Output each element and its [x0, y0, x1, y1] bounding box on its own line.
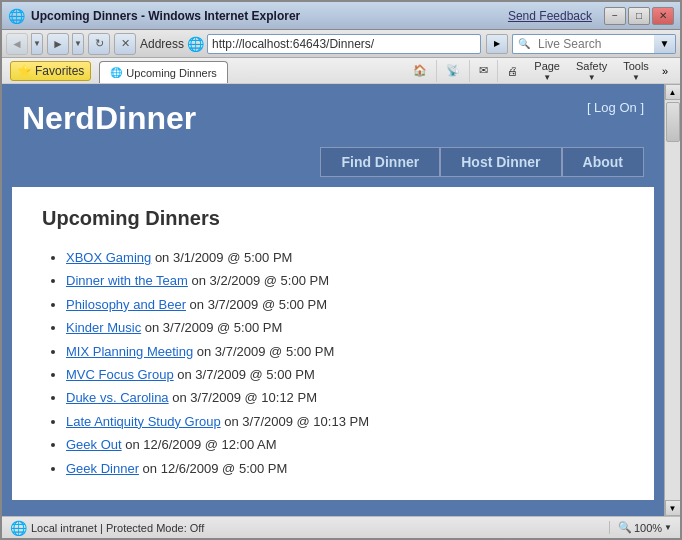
dinner-date: on 3/7/2009 @ 5:00 PM: [186, 297, 327, 312]
dinner-date: on 3/7/2009 @ 10:13 PM: [221, 414, 369, 429]
dinner-link[interactable]: MVC Focus Group: [66, 367, 174, 382]
title-bar: 🌐 Upcoming Dinners - Windows Internet Ex…: [2, 2, 680, 30]
scrollbar-up-button[interactable]: ▲: [665, 84, 681, 100]
live-search-input[interactable]: [534, 34, 654, 54]
safety-dropdown-icon: ▼: [588, 73, 596, 82]
browser-window: 🌐 Upcoming Dinners - Windows Internet Ex…: [0, 0, 682, 540]
content-area: NerdDinner [ Log On ] Find Dinner Host D…: [2, 84, 680, 516]
login-link[interactable]: Log On: [594, 100, 637, 115]
toolbar-area: 🏠 📡 ✉ 🖨 Page ▼ Safet: [406, 57, 672, 85]
tools-dropdown-icon: ▼: [632, 73, 640, 82]
close-button[interactable]: ✕: [652, 7, 674, 25]
page-heading: Upcoming Dinners: [42, 207, 624, 230]
feed-icon: 📡: [446, 64, 460, 77]
favorites-label: Favorites: [35, 64, 84, 78]
separator-3: [497, 60, 498, 82]
tools-label: Tools: [623, 60, 649, 72]
dinner-date: on 3/7/2009 @ 10:12 PM: [169, 390, 317, 405]
home-icon: 🏠: [413, 64, 427, 77]
dinner-date: on 12/6/2009 @ 12:00 AM: [122, 437, 277, 452]
page-label: Page: [534, 60, 560, 72]
status-right: 🔍 100% ▼: [609, 521, 672, 534]
feeds-button[interactable]: 📡: [439, 57, 467, 85]
live-search-bar: 🔍 ▼: [512, 34, 676, 54]
tools-button[interactable]: Tools ▼: [616, 57, 656, 85]
address-go-button[interactable]: ▶: [486, 34, 508, 54]
page-dropdown-icon: ▼: [543, 73, 551, 82]
host-dinner-tab[interactable]: Host Dinner: [440, 147, 561, 177]
dinner-link[interactable]: Philosophy and Beer: [66, 297, 186, 312]
status-bar: 🌐 Local intranet | Protected Mode: Off 🔍…: [2, 516, 680, 538]
refresh-button[interactable]: ↻: [88, 33, 110, 55]
back-dropdown-button[interactable]: ▼: [31, 33, 43, 55]
forward-button[interactable]: ►: [47, 33, 69, 55]
dinner-link[interactable]: MIX Planning Meeting: [66, 344, 193, 359]
dinner-link[interactable]: Kinder Music: [66, 320, 141, 335]
dinner-list-item: Philosophy and Beer on 3/7/2009 @ 5:00 P…: [66, 293, 624, 316]
scrollbar-thumb[interactable]: [666, 102, 680, 142]
home-button[interactable]: 🏠: [406, 57, 434, 85]
address-input[interactable]: [207, 34, 481, 54]
dinner-list: XBOX Gaming on 3/1/2009 @ 5:00 PMDinner …: [42, 246, 624, 480]
mail-button[interactable]: ✉: [472, 57, 495, 85]
find-dinner-tab[interactable]: Find Dinner: [320, 147, 440, 177]
login-bracket-close: ]: [637, 100, 644, 115]
active-tab[interactable]: 🌐 Upcoming Dinners: [99, 61, 227, 83]
separator-1: [436, 60, 437, 82]
safety-button[interactable]: Safety ▼: [569, 57, 614, 85]
dinner-list-item: Geek Out on 12/6/2009 @ 12:00 AM: [66, 433, 624, 456]
dinner-list-item: Geek Dinner on 12/6/2009 @ 5:00 PM: [66, 457, 624, 480]
zoom-dropdown-icon: ▼: [664, 523, 672, 532]
tab-icon: 🌐: [110, 67, 122, 78]
minimize-button[interactable]: −: [604, 7, 626, 25]
safety-label: Safety: [576, 60, 607, 72]
scrollbar: ▲ ▼: [664, 84, 680, 516]
content-box: Upcoming Dinners XBOX Gaming on 3/1/2009…: [12, 187, 654, 500]
favorites-button[interactable]: ⭐ Favorites: [10, 61, 91, 81]
dinner-link[interactable]: Dinner with the Team: [66, 273, 188, 288]
live-search-icon: 🔍: [512, 34, 534, 54]
dinner-link[interactable]: Late Antiquity Study Group: [66, 414, 221, 429]
about-tab[interactable]: About: [562, 147, 644, 177]
mail-icon: ✉: [479, 64, 488, 77]
address-ie-icon: 🌐: [187, 36, 204, 52]
print-button[interactable]: 🖨: [500, 57, 525, 85]
toolbar-overflow-button[interactable]: »: [658, 63, 672, 79]
address-bar: Address 🌐 ▶: [140, 34, 508, 54]
page-button[interactable]: Page ▼: [527, 57, 567, 85]
back-button[interactable]: ◄: [6, 33, 28, 55]
send-feedback-link[interactable]: Send Feedback: [508, 9, 592, 23]
dinner-link[interactable]: XBOX Gaming: [66, 250, 151, 265]
nav-bar: ◄ ▼ ► ▼ ↻ ✕ Address 🌐 ▶ 🔍 ▼: [2, 30, 680, 58]
dinner-date: on 3/2/2009 @ 5:00 PM: [188, 273, 329, 288]
status-zone-text: Local intranet | Protected Mode: Off: [31, 522, 204, 534]
dinner-link[interactable]: Geek Dinner: [66, 461, 139, 476]
dinner-link[interactable]: Duke vs. Carolina: [66, 390, 169, 405]
dinner-list-item: MVC Focus Group on 3/7/2009 @ 5:00 PM: [66, 363, 624, 386]
dinner-list-item: MIX Planning Meeting on 3/7/2009 @ 5:00 …: [66, 340, 624, 363]
window-controls: − □ ✕: [604, 7, 674, 25]
dinner-date: on 3/7/2009 @ 5:00 PM: [174, 367, 315, 382]
live-search-button[interactable]: ▼: [654, 34, 676, 54]
tab-label: Upcoming Dinners: [126, 67, 216, 79]
status-globe-icon: 🌐: [10, 520, 27, 536]
dinner-date: on 3/7/2009 @ 5:00 PM: [141, 320, 282, 335]
separator-2: [469, 60, 470, 82]
stop-button[interactable]: ✕: [114, 33, 136, 55]
restore-button[interactable]: □: [628, 7, 650, 25]
site-logo: NerdDinner: [22, 100, 196, 137]
page-content: NerdDinner [ Log On ] Find Dinner Host D…: [2, 84, 664, 516]
favorites-area: ⭐ Favorites 🌐 Upcoming Dinners 🏠 📡: [2, 58, 680, 84]
dinner-date: on 12/6/2009 @ 5:00 PM: [139, 461, 287, 476]
forward-dropdown-button[interactable]: ▼: [72, 33, 84, 55]
dinner-list-item: Dinner with the Team on 3/2/2009 @ 5:00 …: [66, 269, 624, 292]
favorites-bar: ⭐ Favorites 🌐 Upcoming Dinners 🏠 📡: [2, 58, 680, 84]
dinner-link[interactable]: Geek Out: [66, 437, 122, 452]
print-icon: 🖨: [507, 65, 518, 77]
scrollbar-down-button[interactable]: ▼: [665, 500, 681, 516]
star-icon: ⭐: [17, 64, 32, 78]
dinner-list-item: Late Antiquity Study Group on 3/7/2009 @…: [66, 410, 624, 433]
site-nav-tabs: Find Dinner Host Dinner About: [2, 147, 664, 177]
page-inner: NerdDinner [ Log On ] Find Dinner Host D…: [2, 84, 664, 516]
status-main: 🌐 Local intranet | Protected Mode: Off: [10, 520, 601, 536]
